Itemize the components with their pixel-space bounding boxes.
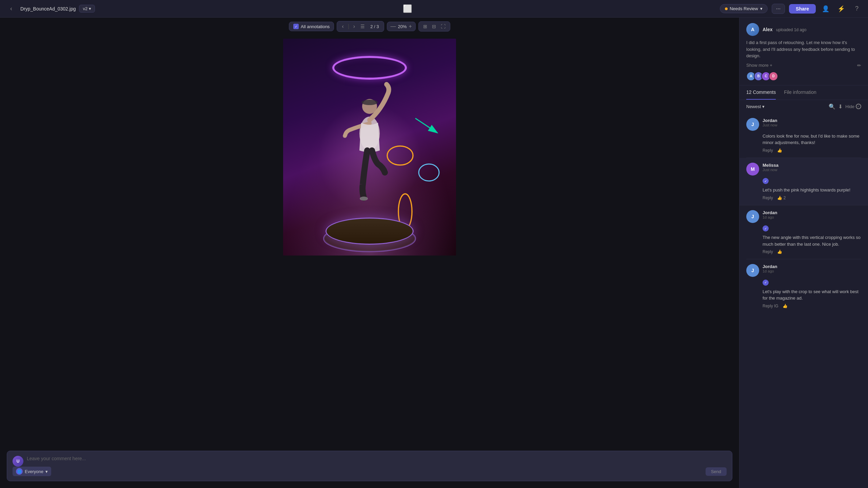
commenter-name: Jordan	[763, 210, 777, 215]
status-dot-icon	[725, 7, 728, 10]
zoom-controls: — 20% +	[387, 22, 416, 31]
comment-body: The new angle with this vertical croppin…	[763, 234, 861, 247]
comment-meta: Jordan 1d ago	[763, 264, 777, 273]
comment-time: Just now	[763, 168, 778, 172]
reply-button[interactable]: Reply	[763, 148, 773, 153]
annotations-toggle[interactable]: ✓ All annotations	[289, 22, 334, 31]
show-more-button[interactable]: Show more +	[746, 63, 772, 68]
thumbs-up-icon: 👍	[777, 196, 782, 200]
comment-meta: Jordan 1d ago	[763, 210, 777, 219]
commenter-name: Jordan	[763, 264, 777, 269]
zoom-out-button[interactable]: —	[391, 23, 396, 29]
tabs-row: 12 Comments File information	[739, 85, 868, 100]
hide-comments-button[interactable]: Hide ✓	[845, 104, 861, 109]
help-icon-button[interactable]: ?	[851, 3, 863, 15]
send-comment-button[interactable]: Send	[706, 467, 727, 476]
audience-icon: 🌐	[16, 468, 23, 475]
comment-item: J Jordan Just now Colors look fine for n…	[746, 113, 861, 158]
comment-item: M Melissa Just now ✓ Let's push the pink…	[739, 158, 868, 205]
current-user-avatar: U	[13, 456, 23, 467]
user-icon-button[interactable]: 👤	[820, 3, 831, 15]
topbar: ‹ Dryp_BounceAd_0302.jpg v2 ▾ ⬜ Needs Re…	[0, 0, 868, 18]
version-chevron-icon: ▾	[89, 6, 91, 11]
reply-button[interactable]: Reply	[763, 196, 773, 200]
file-title: Dryp_BounceAd_0302.jpg	[20, 6, 76, 12]
view-grid-button[interactable]: ⊞	[421, 23, 429, 30]
author-description: I did a first pass of retouching. Let me…	[746, 39, 861, 59]
comment-text-input[interactable]	[27, 456, 727, 461]
like-count: 2	[784, 196, 786, 200]
sort-chevron-icon: ▾	[762, 104, 765, 109]
status-selector[interactable]: Needs Review ▾	[720, 4, 768, 13]
zoom-in-button[interactable]: +	[409, 23, 412, 29]
resolved-icon: ✓	[763, 178, 769, 184]
audience-selector-button[interactable]: 🌐 Everyone ▾	[13, 467, 51, 476]
smoke-effect-2	[318, 104, 421, 212]
author-section: A Alex uploaded 1d ago I did a first pas…	[739, 18, 868, 85]
comment-body: Let's play with the crop to see what wil…	[763, 288, 861, 302]
commenter-avatar: J	[746, 210, 759, 223]
zoom-level-label: 20%	[398, 24, 407, 29]
comment-actions: Reply 👍	[763, 148, 861, 153]
status-chevron-icon: ▾	[760, 6, 763, 11]
tab-file-information[interactable]: File information	[784, 85, 816, 100]
back-button[interactable]: ‹	[5, 3, 17, 15]
topbar-left: ‹ Dryp_BounceAd_0302.jpg v2 ▾	[5, 3, 95, 15]
like-button[interactable]: 👍	[783, 304, 788, 308]
page-counter: 2 / 3	[368, 24, 381, 29]
hide-circle-icon: ✓	[856, 104, 861, 109]
share-button[interactable]: Share	[789, 4, 816, 14]
reply-button[interactable]: Reply	[763, 249, 773, 254]
like-button[interactable]: 👍	[777, 249, 782, 254]
author-time: uploaded 1d ago	[776, 27, 806, 32]
comment-actions: Reply 👍	[763, 249, 861, 254]
comment-item: J Jordan 1d ago ✓ The new angle with thi…	[746, 205, 861, 260]
view-list-button[interactable]: ⊟	[430, 23, 438, 30]
annotation-toolbar: ✓ All annotations ‹ | › ☰ 2 / 3 — 20% +	[0, 18, 739, 35]
more-options-button[interactable]: ···	[772, 4, 785, 14]
prev-page-button[interactable]: ‹	[340, 23, 346, 30]
bolt-icon-button[interactable]: ⚡	[835, 3, 847, 15]
sort-button[interactable]: Newest ▾	[746, 104, 765, 109]
canvas-image-wrapper	[283, 39, 456, 256]
author-name: Alex	[763, 27, 773, 32]
bolt-icon: ⚡	[837, 5, 845, 13]
comments-list: J Jordan Just now Colors look fine for n…	[739, 113, 868, 488]
tab-comments[interactable]: 12 Comments	[746, 85, 776, 100]
comment-input-row: U	[13, 456, 727, 467]
version-selector[interactable]: v2 ▾	[79, 5, 95, 13]
edit-button[interactable]: ✏	[857, 63, 861, 68]
annotations-label: All annotations	[301, 24, 330, 29]
search-comments-button[interactable]: 🔍	[829, 103, 835, 110]
version-label: v2	[83, 6, 87, 11]
comment-header: J Jordan 1d ago	[746, 210, 861, 223]
audience-label: Everyone	[25, 469, 43, 474]
next-page-button[interactable]: ›	[351, 23, 357, 30]
like-button[interactable]: 👍 2	[777, 196, 786, 200]
nav-controls: ‹ | › ☰ 2 / 3	[337, 21, 384, 32]
collaborators-avatars-row: A B C D	[746, 72, 861, 81]
tab-file-info-label: File information	[784, 89, 816, 95]
comment-header: J Jordan 1d ago	[746, 264, 861, 277]
comment-meta: Jordan Just now	[763, 118, 777, 127]
topbar-right: Needs Review ▾ ··· Share 👤 ⚡ ?	[720, 3, 863, 15]
file-type-icon: ⬜	[403, 4, 412, 13]
comment-actions: Reply 👍 2	[763, 196, 861, 200]
canvas-background	[283, 39, 456, 256]
platform	[326, 218, 414, 245]
comment-footer: 🌐 Everyone ▾ Send	[13, 467, 727, 476]
topbar-center: ⬜	[99, 4, 716, 13]
comment-input-area: U 🌐 Everyone ▾ Send	[7, 451, 732, 481]
like-button[interactable]: 👍	[777, 148, 782, 153]
comments-controls: Newest ▾ 🔍 ⬇ Hide ✓	[739, 100, 868, 113]
comment-meta: Melissa Just now	[763, 163, 778, 172]
author-info: Alex uploaded 1d ago	[763, 26, 806, 33]
reply-button[interactable]: Reply IG	[763, 304, 778, 308]
view-full-button[interactable]: ⛶	[439, 23, 447, 30]
commenter-avatar: M	[746, 163, 759, 176]
comment-time: 1d ago	[763, 215, 777, 219]
commenter-avatar: J	[746, 264, 759, 277]
collaborator-avatar-4: D	[769, 72, 778, 81]
download-comments-button[interactable]: ⬇	[838, 103, 843, 110]
page-list-icon: ☰	[358, 24, 367, 29]
